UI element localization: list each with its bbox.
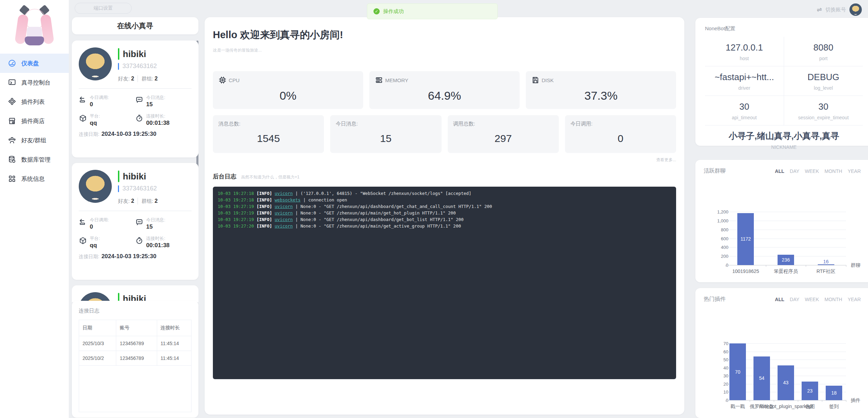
y-tick-label: 800 [710,227,728,232]
call-icon [79,96,87,104]
tab-week[interactable]: WEEK [805,297,819,302]
system-stat-value: 64.9% [375,89,514,102]
y-tick-label: 1,200 [710,209,728,214]
sidebar-item-label: 好友/群组 [21,136,46,144]
y-tick-label: 60 [710,349,728,354]
sidebar-item-1[interactable]: 真寻控制台 [0,73,69,92]
swap-icon: ⇌ [817,6,822,13]
disk-icon [531,76,540,84]
sidebar-nav: 仪表盘真寻控制台插件列表插件商店好友/群组数据库管理系统信息 [0,54,69,188]
bot-card-2[interactable]: hibiki 3373463162 好友: 2 群组: 2 今日调用:0 今日消… [72,285,198,302]
config-cell-host: 127.0.0.1host [705,37,784,66]
bot-card-0[interactable]: hibiki 3373463162 好友: 2 群组: 2 今日调用:0 今日消… [72,41,198,157]
bar-RTF社区 [818,264,834,265]
x-tick-label: RTF社区 [816,268,835,275]
divider [79,211,192,211]
log-line: 10-03 19:27:19 [INFO] uvicorn | None:0 -… [218,216,671,223]
tab-day[interactable]: DAY [790,297,800,302]
chart-title: 活跃群聊 [704,167,726,175]
connection-log-header-row: 日期账号连接时长 [79,320,192,336]
log-console[interactable]: 10-03 19:27:18 [INFO] uvicorn | ('127.0.… [213,187,676,379]
log-line: 10-03 19:27:19 [INFO] uvicorn | None:0 -… [218,210,671,216]
x-tick-label: 1001918625 [732,268,759,274]
x-axis-name: 插件 [851,397,860,404]
bot-card-top: hibiki 3373463162 好友: 2 群组: 2 [79,170,192,205]
bot-meta: hibiki 3373463162 好友: 2 群组: 2 [118,170,158,205]
gridline [726,212,846,212]
sidebar-item-2[interactable]: 插件列表 [0,92,69,111]
x-tick-label: 笨蛋程序员 [774,268,798,275]
x-tickmark [846,400,846,402]
logo-skirt [25,36,44,45]
duration-stat: 连接时长:00:01:38 [135,235,192,249]
x-tick-label: 戳一戳 [730,404,745,410]
bar-value-label: 70 [735,369,740,375]
tab-all[interactable]: ALL [775,168,784,174]
switch-account-button[interactable]: 切换账号 [825,7,846,13]
bot-card-top: hibiki 3373463162 好友: 2 群组: 2 [79,47,192,82]
tab-day[interactable]: DAY [790,168,800,174]
log-section-header: 后台日志 虽然不知道为什么，但是视力+1 [213,173,676,180]
tab-month[interactable]: MONTH [825,168,842,174]
bot-avatar [79,47,112,80]
tab-year[interactable]: YEAR [848,168,861,174]
tab-week[interactable]: WEEK [805,168,819,174]
logo-head [24,9,45,29]
chart-title: 热门插件 [704,296,726,303]
bot-meta: hibiki 3373463162 好友: 2 群组: 2 [118,47,158,82]
bot-card-1[interactable]: hibiki 3373463162 好友: 2 群组: 2 今日调用:0 今日消… [72,163,198,280]
hot-plugins-chart-card: 热门插件 ALLDAYWEEKMONTHYEAR0102030405060707… [695,288,868,418]
id-indicator-bar [118,185,119,192]
today-messages-stat: 今日消息:15 [135,94,192,108]
connect-date: 连接日期:2024-10-03 19:25:30 [79,131,192,138]
count-stat-card-2: 调用总数: 297 [448,115,559,153]
system-stat-card-disk: DISK 37.3% [526,71,676,109]
x-tickmark [750,400,750,402]
y-tick-label: 400 [710,245,728,250]
view-more-link[interactable]: 查看更多... [213,157,676,163]
y-tick-label: 1,000 [710,218,728,223]
x-axis-name: 群聊 [851,262,860,268]
table-row: 2025/10/212345678911:45:14 [79,351,192,366]
page-subtitle: 这是一场传奇的冒险旅途... [213,47,676,53]
sidebar-item-label: 系统信息 [21,175,45,183]
online-indicator-bar [118,48,119,60]
sidebar-item-5[interactable]: 数据库管理 [0,150,69,169]
sidebar-item-4[interactable]: 好友/群组 [0,131,69,150]
user-avatar[interactable] [849,3,862,16]
system-stat-card-memory: MEMORY 64.9% [369,71,520,109]
x-tick-label: 色图 [805,404,815,410]
tab-month[interactable]: MONTH [825,297,842,302]
log-line: 10-03 19:27:18 [INFO] websockets | conne… [218,197,671,203]
x-tick-label: nonebot_plugin_sparkapi [759,404,813,409]
config-cell-api_timeout: 30api_timeout [705,96,784,125]
count-stat-value: 0 [571,133,671,144]
config-nickname: 小寻子,绪山真寻,小真寻,真寻NICKNAME [705,125,863,151]
log-line: 10-03 19:27:18 [INFO] uvicorn | ('127.0.… [218,190,671,197]
connection-log-table: 日期账号连接时长 2025/10/312345678911:45:142025/… [79,320,192,412]
column-header: 账号 [116,320,157,336]
system-info-icon [8,174,17,183]
x-tickmark [822,400,822,402]
sidebar-item-3[interactable]: 插件商店 [0,111,69,131]
x-tickmark [798,400,798,402]
config-cell-log_level: DEBUGlog_level [784,66,863,96]
online-bots-title: 在线小真寻 [72,17,198,34]
id-indicator-bar [118,63,119,70]
today-calls-stat: 今日调用:0 [79,217,135,230]
sidebar-item-6[interactable]: 系统信息 [0,169,69,188]
bot-name: hibiki [118,170,158,182]
tab-year[interactable]: YEAR [848,297,861,302]
x-tickmark [766,265,766,267]
y-tick-label: 40 [710,365,728,370]
message-icon [135,96,143,104]
tab-all[interactable]: ALL [775,297,784,302]
x-tickmark [726,400,726,402]
call-icon [79,218,87,226]
main-card: Hello 欢迎来到真寻的小房间! 这是一场传奇的冒险旅途... CPU 0%M… [205,17,684,415]
dashboard-page: 仪表盘真寻控制台插件列表插件商店好友/群组数据库管理系统信息 端口设置 在线小真… [0,0,868,418]
app-logo [12,3,57,50]
port-settings-button[interactable]: 端口设置 [75,3,132,14]
sidebar-item-0[interactable]: 仪表盘 [0,54,69,73]
bot-id: 3373463162 [118,63,158,70]
